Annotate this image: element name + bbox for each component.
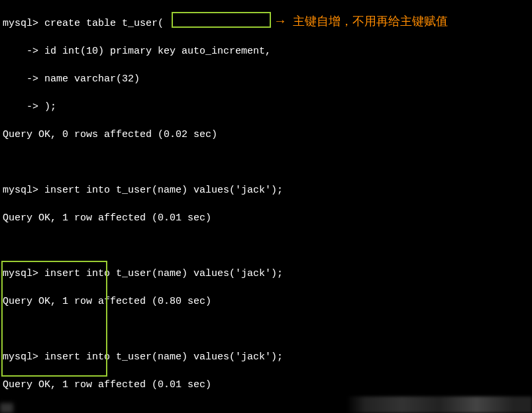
terminal-line: mysql> insert into t_user(name) values('… — [3, 183, 529, 197]
terminal-line: -> ); — [3, 100, 529, 114]
terminal-line: mysql> insert into t_user(name) values('… — [3, 267, 529, 281]
terminal-line: Query OK, 1 row affected (0.01 sec) — [3, 211, 529, 225]
watermark-blur-left — [0, 403, 13, 413]
terminal-line — [3, 322, 529, 336]
terminal-output: mysql> create table t_user( -> id int(10… — [3, 3, 529, 413]
arrow-icon: → — [276, 13, 284, 31]
terminal-line: -> name varchar(32) — [3, 72, 529, 86]
terminal-line: mysql> insert into t_user(name) values('… — [3, 350, 529, 364]
terminal-line: -> id int(10) primary key auto_increment… — [3, 44, 529, 58]
annotation-text: 主键自增，不用再给主键赋值 — [293, 13, 448, 30]
watermark-blur — [346, 396, 532, 413]
terminal-line: Query OK, 1 row affected (0.01 sec) — [3, 378, 529, 392]
terminal-line — [3, 156, 529, 169]
terminal-line: Query OK, 0 rows affected (0.02 sec) — [3, 128, 529, 142]
terminal-line — [3, 239, 529, 253]
terminal-line: Query OK, 1 row affected (0.80 sec) — [3, 295, 529, 308]
terminal-line: mysql> create table t_user( — [3, 17, 529, 30]
